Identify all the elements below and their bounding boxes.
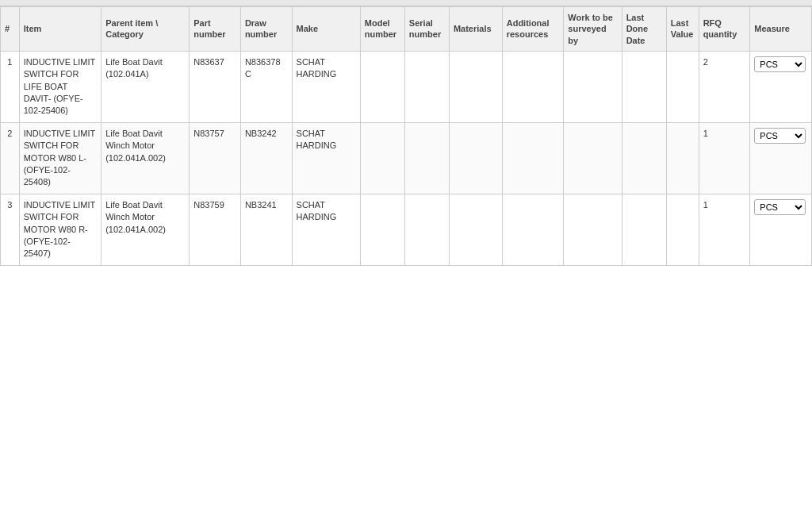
col-header-lastVal: Last Value — [666, 7, 699, 52]
cell-lastVal — [666, 51, 699, 122]
main-table: #ItemParent item \ CategoryPart numberDr… — [0, 6, 812, 266]
cell-num: 1 — [1, 51, 20, 122]
cell-serial — [404, 51, 449, 122]
col-header-materials: Materials — [449, 7, 502, 52]
col-header-num: # — [1, 7, 20, 52]
cell-lastVal — [666, 122, 699, 194]
cell-materials — [449, 194, 502, 265]
cell-materials — [449, 122, 502, 194]
cell-measure[interactable]: PCSSETMKGL — [750, 194, 812, 265]
col-header-measure: Measure — [750, 7, 812, 52]
cell-additional — [502, 194, 564, 265]
col-header-model: Model number — [360, 7, 404, 52]
cell-additional — [502, 51, 564, 122]
cell-num: 3 — [1, 194, 20, 265]
cell-lastDone — [622, 194, 666, 265]
cell-work — [564, 194, 622, 265]
top-bar — [0, 0, 812, 6]
cell-draw: NB3241 — [240, 194, 292, 265]
cell-rfq: 1 — [699, 122, 750, 194]
cell-item: INDUCTIVE LIMIT SWITCH FOR MOTOR W80 L- … — [19, 122, 101, 194]
header-row: #ItemParent item \ CategoryPart numberDr… — [1, 7, 812, 52]
col-header-rfq: RFQ quantity — [699, 7, 750, 52]
cell-part: N83759 — [190, 194, 241, 265]
cell-lastDone — [622, 122, 666, 194]
table-row: 2INDUCTIVE LIMIT SWITCH FOR MOTOR W80 L-… — [1, 122, 812, 194]
cell-serial — [404, 194, 449, 265]
cell-measure[interactable]: PCSSETMKGL — [750, 51, 812, 122]
measure-select[interactable]: PCSSETMKGL — [754, 56, 806, 72]
col-header-part: Part number — [190, 7, 241, 52]
cell-parent: Life Boat Davit Winch Motor (102.041A.00… — [102, 122, 190, 194]
cell-rfq: 1 — [699, 194, 750, 265]
table-container: #ItemParent item \ CategoryPart numberDr… — [0, 6, 812, 266]
cell-work — [564, 122, 622, 194]
col-header-lastDone: Last Done Date — [622, 7, 666, 52]
cell-lastDone — [622, 51, 666, 122]
cell-num: 2 — [1, 122, 20, 194]
cell-measure[interactable]: PCSSETMKGL — [750, 122, 812, 194]
measure-select[interactable]: PCSSETMKGL — [754, 199, 806, 215]
cell-model — [360, 122, 404, 194]
table-row: 1INDUCTIVE LIMIT SWITCH FOR LIFE BOAT DA… — [1, 51, 812, 122]
cell-draw: NB3242 — [240, 122, 292, 194]
col-header-make: Make — [292, 7, 360, 52]
cell-parent: Life Boat Davit (102.041A) — [102, 51, 190, 122]
cell-materials — [449, 51, 502, 122]
cell-lastVal — [666, 194, 699, 265]
cell-serial — [404, 122, 449, 194]
col-header-item: Item — [19, 7, 101, 52]
col-header-additional: Additional resources — [502, 7, 564, 52]
cell-rfq: 2 — [699, 51, 750, 122]
table-row: 3INDUCTIVE LIMIT SWITCH FOR MOTOR W80 R-… — [1, 194, 812, 265]
col-header-draw: Draw number — [240, 7, 292, 52]
cell-item: INDUCTIVE LIMIT SWITCH FOR LIFE BOAT DAV… — [19, 51, 101, 122]
measure-select[interactable]: PCSSETMKGL — [754, 128, 806, 144]
cell-work — [564, 51, 622, 122]
cell-draw: N836378 C — [240, 51, 292, 122]
cell-make: SCHAT HARDING — [292, 122, 360, 194]
col-header-work: Work to be surveyed by — [564, 7, 622, 52]
cell-additional — [502, 122, 564, 194]
cell-make: SCHAT HARDING — [292, 194, 360, 265]
cell-part: N83757 — [190, 122, 241, 194]
cell-model — [360, 51, 404, 122]
cell-model — [360, 194, 404, 265]
cell-part: N83637 — [190, 51, 241, 122]
cell-make: SCHAT HARDING — [292, 51, 360, 122]
col-header-parent: Parent item \ Category — [102, 7, 190, 52]
cell-item: INDUCTIVE LIMIT SWITCH FOR MOTOR W80 R- … — [19, 194, 101, 265]
col-header-serial: Serial number — [404, 7, 449, 52]
cell-parent: Life Boat Davit Winch Motor (102.041A.00… — [102, 194, 190, 265]
